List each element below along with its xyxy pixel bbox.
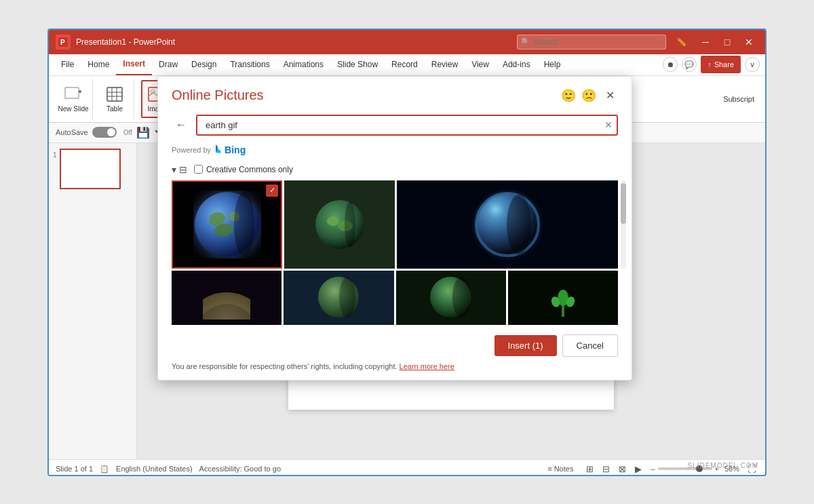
- svg-point-32: [507, 195, 531, 254]
- tab-design[interactable]: Design: [185, 54, 223, 75]
- view-icons: ⊞ ⊟ ⊠ ▶: [583, 462, 645, 476]
- tab-transitions[interactable]: Transitions: [223, 54, 276, 75]
- dialog-search-input[interactable]: [196, 115, 618, 136]
- image-grid-row2: [172, 271, 618, 325]
- slide-panel: 1: [49, 143, 137, 459]
- slideshow-view-button[interactable]: ▶: [632, 462, 645, 476]
- share-button[interactable]: ↑ Share: [701, 56, 741, 73]
- dialog-header: Online Pictures 🙂 🙁 ✕: [158, 77, 632, 109]
- svg-point-38: [452, 277, 470, 317]
- notes-icon-status: ≡: [547, 465, 551, 473]
- copyright-text: You are responsible for respecting other…: [172, 362, 618, 370]
- reading-view-button[interactable]: ⊠: [615, 462, 629, 476]
- image-grid-wrapper: ✓: [158, 180, 632, 325]
- image-item-1[interactable]: ✓: [172, 180, 282, 269]
- image-grid-row1: ✓: [172, 180, 618, 269]
- bing-icon: Bing: [214, 144, 246, 156]
- creative-commons-checkbox[interactable]: [194, 165, 203, 174]
- title-search-wrapper[interactable]: 🔍: [517, 35, 666, 50]
- tab-draw[interactable]: Draw: [152, 54, 185, 75]
- svg-rect-2: [65, 88, 79, 98]
- search-field-wrapper: ✕: [196, 115, 618, 136]
- slide-thumbnail[interactable]: [60, 149, 121, 189]
- minimize-button[interactable]: ─: [696, 34, 715, 50]
- share-icon: ↑: [708, 60, 712, 69]
- insert-button[interactable]: Insert (1): [495, 335, 557, 356]
- filter-icon[interactable]: ▾ ⊟: [172, 164, 187, 175]
- tab-help[interactable]: Help: [537, 54, 568, 75]
- image-item-7[interactable]: [508, 271, 618, 325]
- positive-feedback-icon[interactable]: 🙂: [561, 88, 576, 103]
- image-item-6[interactable]: [396, 271, 506, 325]
- comment-icon[interactable]: 💬: [682, 57, 697, 72]
- maximize-button[interactable]: □: [718, 34, 737, 50]
- tab-addins[interactable]: Add-ins: [496, 54, 537, 75]
- save-icon[interactable]: 💾: [136, 126, 150, 139]
- title-bar: P Presentation1 - PowerPoint 🔍 ✏️ ─ □ ✕: [49, 30, 765, 54]
- dialog-back-button[interactable]: ←: [172, 117, 191, 132]
- tab-slideshow[interactable]: Slide Show: [330, 54, 385, 75]
- cancel-button[interactable]: Cancel: [562, 334, 618, 357]
- collapse-ribbon-button[interactable]: ∨: [745, 57, 760, 72]
- table-icon: [104, 85, 125, 104]
- learn-more-link[interactable]: Learn more here: [400, 362, 454, 370]
- svg-text:P: P: [60, 39, 65, 46]
- tab-view[interactable]: View: [465, 54, 496, 75]
- slide-thumbnail-wrapper: 1: [53, 149, 132, 189]
- slide-sorter-button[interactable]: ⊟: [599, 462, 613, 476]
- tab-file[interactable]: File: [54, 54, 81, 75]
- dialog-footer: Insert (1) Cancel You are responsible fo…: [158, 325, 632, 380]
- image-grid-scrollbar[interactable]: [621, 180, 626, 269]
- svg-rect-39: [562, 305, 564, 317]
- normal-view-button[interactable]: ⊞: [583, 462, 596, 476]
- image-item-4[interactable]: [172, 271, 282, 325]
- creative-commons-label: Creative Commons only: [206, 165, 293, 174]
- notes-button[interactable]: ≡ Notes: [543, 463, 577, 474]
- svg-point-28: [345, 201, 355, 248]
- new-slide-label: New Slide: [58, 105, 88, 113]
- zoom-out-icon[interactable]: –: [651, 465, 655, 473]
- autosave-label: AutoSave: [56, 128, 88, 136]
- image-item-2[interactable]: [284, 180, 395, 269]
- slide-info: Slide 1 of 1: [56, 465, 93, 473]
- search-clear-button[interactable]: ✕: [604, 119, 613, 130]
- close-button[interactable]: ✕: [739, 34, 758, 50]
- pen-icon: ✏️: [672, 34, 691, 50]
- new-slide-button[interactable]: New Slide: [58, 80, 88, 118]
- tab-record[interactable]: Record: [385, 54, 425, 75]
- notes-icon: 📋: [100, 465, 109, 473]
- plant-svg: [546, 277, 580, 318]
- window-title: Presentation1 - PowerPoint: [76, 37, 511, 47]
- dialog-title: Online Pictures: [172, 88, 264, 103]
- window-controls: ─ □ ✕: [696, 34, 758, 50]
- scrollbar-thumb[interactable]: [621, 183, 626, 224]
- tab-animations[interactable]: Animations: [277, 54, 330, 75]
- selected-checkmark: ✓: [266, 185, 278, 197]
- filter-row: ▾ ⊟ Creative Commons only: [158, 161, 632, 180]
- record-icon[interactable]: ⏺: [663, 57, 678, 72]
- earth-blue-svg: [317, 275, 361, 319]
- toggle-off-label: Off: [123, 129, 132, 136]
- tab-home[interactable]: Home: [81, 54, 116, 75]
- svg-point-26: [327, 216, 339, 226]
- svg-point-24: [234, 192, 254, 257]
- tab-insert[interactable]: Insert: [116, 54, 152, 75]
- image-item-3[interactable]: [397, 180, 618, 269]
- dialog-close-button[interactable]: ✕: [602, 88, 618, 104]
- table-button[interactable]: Table: [100, 80, 130, 118]
- status-bar: Slide 1 of 1 📋 English (United States) A…: [49, 459, 765, 476]
- autosave-toggle[interactable]: [92, 127, 117, 138]
- creative-commons-checkbox-label[interactable]: Creative Commons only: [194, 165, 293, 174]
- tab-review[interactable]: Review: [425, 54, 465, 75]
- negative-feedback-icon[interactable]: 🙁: [581, 88, 596, 103]
- new-slide-icon: [62, 85, 84, 104]
- powered-by: Powered by Bing: [158, 141, 632, 161]
- svg-point-36: [339, 277, 355, 317]
- dialog-actions: Insert (1) Cancel: [172, 334, 618, 357]
- accessibility-label: Accessibility: Good to go: [199, 465, 281, 473]
- image-item-5[interactable]: [284, 271, 393, 325]
- dialog-search-area: ← ✕: [158, 109, 632, 141]
- earth-globe-svg-2: [313, 197, 367, 252]
- earth-green-svg: [429, 275, 473, 319]
- title-search-input[interactable]: [517, 35, 666, 50]
